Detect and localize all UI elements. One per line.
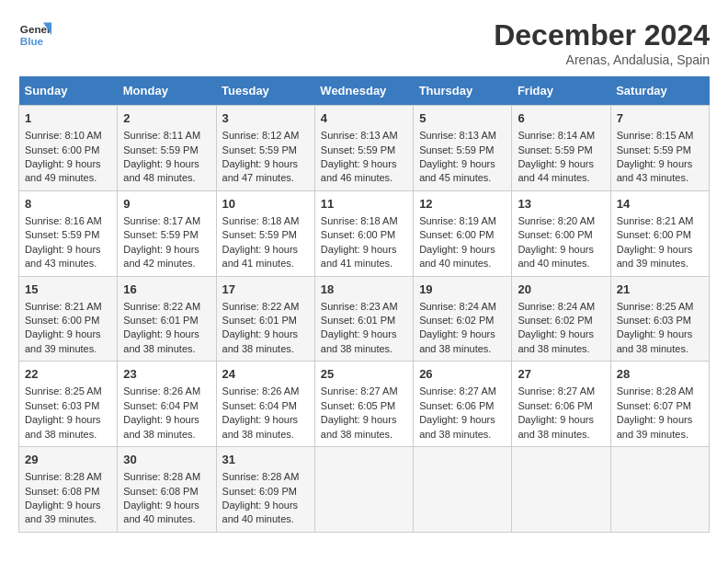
calendar-cell: 28Sunrise: 8:28 AMSunset: 6:07 PMDayligh… (610, 362, 709, 447)
sunset-text: Sunset: 6:04 PM (123, 400, 198, 411)
sunrise-text: Sunrise: 8:27 AM (321, 385, 398, 396)
daylight-text: Daylight: 9 hours and 38 minutes. (222, 328, 299, 353)
daylight-text: Daylight: 9 hours and 38 minutes. (617, 328, 693, 353)
day-number: 19 (419, 282, 506, 298)
calendar-week-row: 15Sunrise: 8:21 AMSunset: 6:00 PMDayligh… (19, 276, 710, 362)
svg-text:Blue: Blue (20, 35, 44, 47)
day-number: 12 (419, 196, 506, 213)
sunset-text: Sunset: 6:05 PM (321, 400, 395, 411)
daylight-text: Daylight: 9 hours and 40 minutes. (123, 500, 199, 524)
day-number: 6 (518, 110, 604, 127)
day-number: 10 (222, 196, 309, 213)
sunset-text: Sunset: 5:59 PM (518, 144, 592, 155)
calendar-cell: 16Sunrise: 8:22 AMSunset: 6:01 PMDayligh… (118, 276, 216, 362)
sunset-text: Sunset: 6:03 PM (617, 315, 691, 326)
calendar-cell: 7Sunrise: 8:15 AMSunset: 5:59 PMDaylight… (610, 106, 709, 191)
sunrise-text: Sunrise: 8:26 AM (222, 385, 300, 396)
sunset-text: Sunset: 6:01 PM (222, 315, 297, 326)
calendar-cell: 26Sunrise: 8:27 AMSunset: 6:06 PMDayligh… (414, 362, 512, 447)
sunrise-text: Sunrise: 8:25 AM (25, 385, 102, 396)
daylight-text: Daylight: 9 hours and 38 minutes. (123, 328, 199, 353)
day-header-monday: Monday (118, 76, 216, 106)
sunset-text: Sunset: 6:06 PM (419, 400, 494, 411)
calendar-cell: 29Sunrise: 8:28 AMSunset: 6:08 PMDayligh… (19, 447, 118, 533)
day-number: 30 (123, 452, 210, 468)
sunrise-text: Sunrise: 8:11 AM (123, 130, 200, 141)
daylight-text: Daylight: 9 hours and 38 minutes. (321, 328, 397, 353)
calendar-cell: 10Sunrise: 8:18 AMSunset: 5:59 PMDayligh… (216, 190, 314, 276)
day-number: 24 (222, 366, 309, 383)
calendar-cell: 1Sunrise: 8:10 AMSunset: 6:00 PMDaylight… (19, 106, 118, 191)
location-subtitle: Arenas, Andalusia, Spain (494, 52, 710, 67)
calendar-week-row: 1Sunrise: 8:10 AMSunset: 6:00 PMDaylight… (19, 106, 710, 191)
sunrise-text: Sunrise: 8:12 AM (222, 130, 300, 141)
sunrise-text: Sunrise: 8:28 AM (222, 471, 300, 482)
calendar-cell: 6Sunrise: 8:14 AMSunset: 5:59 PMDaylight… (512, 106, 610, 191)
calendar-cell: 13Sunrise: 8:20 AMSunset: 6:00 PMDayligh… (512, 190, 610, 276)
sunrise-text: Sunrise: 8:13 AM (419, 130, 496, 141)
calendar-cell (610, 447, 709, 533)
day-number: 27 (518, 366, 604, 383)
sunset-text: Sunset: 6:01 PM (321, 315, 395, 326)
day-number: 5 (419, 110, 506, 127)
daylight-text: Daylight: 9 hours and 48 minutes. (123, 158, 199, 183)
daylight-text: Daylight: 9 hours and 40 minutes. (419, 244, 495, 269)
day-number: 3 (222, 110, 309, 127)
sunrise-text: Sunrise: 8:28 AM (123, 471, 200, 482)
sunset-text: Sunset: 6:02 PM (419, 315, 494, 326)
daylight-text: Daylight: 9 hours and 44 minutes. (518, 158, 594, 183)
day-number: 7 (617, 110, 703, 127)
sunrise-text: Sunrise: 8:22 AM (222, 301, 300, 312)
calendar-cell: 17Sunrise: 8:22 AMSunset: 6:01 PMDayligh… (216, 276, 314, 362)
calendar-cell (314, 447, 413, 533)
calendar-cell: 27Sunrise: 8:27 AMSunset: 6:06 PMDayligh… (512, 362, 610, 447)
daylight-text: Daylight: 9 hours and 41 minutes. (222, 244, 299, 269)
sunset-text: Sunset: 5:59 PM (222, 229, 297, 240)
calendar-table: SundayMondayTuesdayWednesdayThursdayFrid… (18, 76, 710, 533)
sunrise-text: Sunrise: 8:22 AM (123, 301, 200, 312)
daylight-text: Daylight: 9 hours and 49 minutes. (25, 158, 101, 183)
calendar-cell: 20Sunrise: 8:24 AMSunset: 6:02 PMDayligh… (512, 276, 610, 362)
calendar-week-row: 29Sunrise: 8:28 AMSunset: 6:08 PMDayligh… (19, 447, 710, 533)
calendar-week-row: 22Sunrise: 8:25 AMSunset: 6:03 PMDayligh… (19, 362, 710, 447)
calendar-cell: 15Sunrise: 8:21 AMSunset: 6:00 PMDayligh… (19, 276, 118, 362)
daylight-text: Daylight: 9 hours and 38 minutes. (419, 414, 495, 439)
sunset-text: Sunset: 5:59 PM (617, 144, 691, 155)
daylight-text: Daylight: 9 hours and 47 minutes. (222, 158, 299, 183)
day-number: 31 (222, 452, 309, 468)
sunset-text: Sunset: 6:00 PM (321, 229, 395, 240)
sunset-text: Sunset: 6:00 PM (419, 229, 494, 240)
daylight-text: Daylight: 9 hours and 43 minutes. (617, 158, 693, 183)
day-number: 13 (518, 196, 604, 213)
sunrise-text: Sunrise: 8:14 AM (518, 130, 595, 141)
daylight-text: Daylight: 9 hours and 39 minutes. (617, 244, 693, 269)
sunset-text: Sunset: 5:59 PM (419, 144, 494, 155)
daylight-text: Daylight: 9 hours and 38 minutes. (222, 414, 299, 439)
day-number: 11 (321, 196, 407, 213)
day-number: 29 (25, 452, 111, 468)
sunrise-text: Sunrise: 8:26 AM (123, 385, 200, 396)
sunset-text: Sunset: 5:59 PM (123, 144, 198, 155)
sunset-text: Sunset: 6:00 PM (518, 229, 592, 240)
day-number: 15 (25, 282, 111, 298)
day-number: 21 (617, 282, 703, 298)
sunset-text: Sunset: 6:03 PM (25, 400, 99, 411)
daylight-text: Daylight: 9 hours and 39 minutes. (25, 500, 101, 524)
daylight-text: Daylight: 9 hours and 46 minutes. (321, 158, 397, 183)
day-number: 26 (419, 366, 506, 383)
sunset-text: Sunset: 6:08 PM (123, 486, 198, 497)
day-header-tuesday: Tuesday (216, 76, 314, 106)
page-header: General Blue December 2024 Arenas, Andal… (18, 18, 710, 67)
sunrise-text: Sunrise: 8:19 AM (419, 215, 496, 226)
daylight-text: Daylight: 9 hours and 38 minutes. (25, 414, 101, 439)
calendar-cell: 14Sunrise: 8:21 AMSunset: 6:00 PMDayligh… (610, 190, 709, 276)
daylight-text: Daylight: 9 hours and 39 minutes. (617, 414, 693, 439)
day-header-wednesday: Wednesday (314, 76, 413, 106)
day-number: 22 (25, 366, 111, 383)
calendar-cell: 21Sunrise: 8:25 AMSunset: 6:03 PMDayligh… (610, 276, 709, 362)
day-header-thursday: Thursday (414, 76, 512, 106)
calendar-cell: 2Sunrise: 8:11 AMSunset: 5:59 PMDaylight… (118, 106, 216, 191)
calendar-cell (512, 447, 610, 533)
sunset-text: Sunset: 5:59 PM (25, 229, 99, 240)
sunset-text: Sunset: 5:59 PM (222, 144, 297, 155)
